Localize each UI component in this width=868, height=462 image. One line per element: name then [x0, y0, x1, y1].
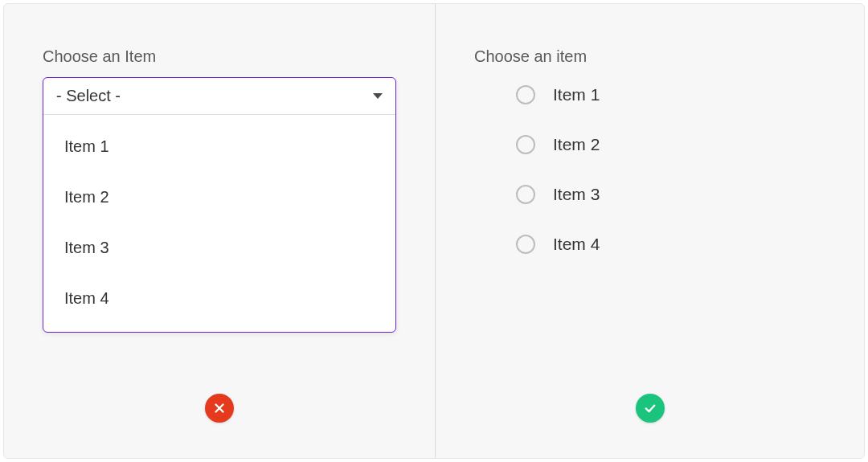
select-option-1[interactable]: Item 1: [43, 121, 395, 172]
cross-icon: [212, 401, 227, 415]
radio-label-3: Item 3: [553, 185, 600, 204]
select-option-2[interactable]: Item 2: [43, 172, 395, 223]
check-icon: [643, 401, 657, 415]
radio-label-2: Item 2: [553, 135, 600, 154]
dropdown-label: Choose an Item: [43, 47, 396, 66]
select-wrapper: - Select - Item 1 Item 2 Item 3 Item 4: [43, 77, 396, 333]
radio-icon: [516, 235, 535, 254]
good-indicator-badge: [636, 394, 665, 423]
radio-group-label: Choose an item: [474, 47, 825, 66]
select-header[interactable]: - Select -: [43, 78, 395, 115]
panel-dropdown-bad: Choose an Item - Select - Item 1 Item 2 …: [4, 4, 436, 458]
select-options-list: Item 1 Item 2 Item 3 Item 4: [43, 115, 395, 332]
select-option-3[interactable]: Item 3: [43, 223, 395, 273]
radio-group: Item 1 Item 2 Item 3 Item 4: [516, 85, 825, 254]
panel-radio-good: Choose an item Item 1 Item 2 Item 3 Item…: [436, 4, 864, 458]
select-box: - Select - Item 1 Item 2 Item 3 Item 4: [43, 77, 396, 333]
radio-label-1: Item 1: [553, 85, 600, 104]
radio-icon: [516, 85, 535, 104]
comparison-container: Choose an Item - Select - Item 1 Item 2 …: [3, 3, 865, 459]
radio-label-4: Item 4: [553, 235, 600, 254]
radio-item-4[interactable]: Item 4: [516, 235, 825, 254]
radio-icon: [516, 185, 535, 204]
select-placeholder: - Select -: [56, 87, 121, 105]
radio-icon: [516, 135, 535, 154]
radio-item-3[interactable]: Item 3: [516, 185, 825, 204]
bad-indicator-badge: [205, 394, 234, 423]
chevron-down-icon: [373, 93, 383, 99]
radio-item-1[interactable]: Item 1: [516, 85, 825, 104]
select-option-4[interactable]: Item 4: [43, 273, 395, 324]
radio-item-2[interactable]: Item 2: [516, 135, 825, 154]
